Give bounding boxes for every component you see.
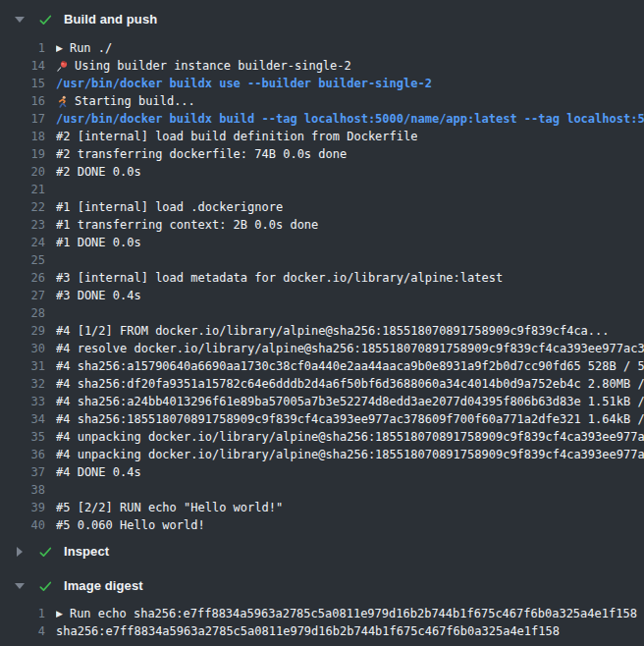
line-number[interactable]: 18 (0, 128, 56, 145)
line-text: sha256:e7ff8834a5963a2785c5a0811e979d16b… (56, 622, 560, 640)
log-line: 33 #4 sha256:a24bb4013296f61e89ba57005a7… (0, 393, 644, 410)
line-number[interactable]: 14 (0, 57, 56, 75)
log-line: 26 #3 [internal] load metadata for docke… (0, 269, 644, 287)
line-text: /usr/bin/docker buildx use --builder bui… (56, 75, 432, 92)
line-text: #1 DONE 0.0s (56, 234, 141, 251)
log-line: 40 #5 0.060 Hello world! (0, 516, 644, 534)
line-text-content: #1 [internal] load .dockerignore (56, 198, 283, 216)
line-number[interactable]: 35 (0, 428, 56, 446)
run-toggle-icon[interactable]: ▶ (56, 605, 63, 622)
line-text-content: #2 DONE 0.0s (56, 163, 141, 181)
line-number[interactable]: 39 (0, 499, 56, 516)
line-text-content: #4 resolve docker.io/library/alpine@sha2… (56, 340, 644, 357)
log-line: 30 #4 resolve docker.io/library/alpine@s… (0, 340, 644, 357)
chevron-down-icon[interactable] (13, 578, 27, 594)
log-line: 28 (0, 304, 644, 322)
section-header-inspect[interactable]: Inspect (0, 534, 644, 569)
line-number[interactable]: 27 (0, 287, 56, 304)
section-title: Build and push (64, 12, 157, 27)
line-text-content: #4 sha256:a15790640a6690aa1730c38cf0a440… (56, 357, 644, 375)
log-line: 37 #4 DONE 0.4s (0, 463, 644, 481)
line-text: #4 sha256:df20fa9351a15782c64e6dddb2d4a6… (56, 375, 644, 393)
line-number[interactable]: 36 (0, 446, 56, 463)
line-number[interactable]: 32 (0, 375, 56, 393)
line-text-content: /usr/bin/docker buildx build --tag local… (56, 110, 644, 128)
line-number[interactable]: 20 (0, 163, 56, 181)
check-success-icon (38, 12, 54, 27)
line-text: #4 [1/2] FROM docker.io/library/alpine@s… (56, 322, 610, 340)
workflow-log-viewer: Build and push 1 ▶Run ./ 14 Using builde… (0, 0, 644, 646)
log-line: 4 sha256:e7ff8834a5963a2785c5a0811e979d1… (0, 622, 644, 640)
line-text: #3 DONE 0.4s (56, 287, 141, 304)
line-text-content: #4 DONE 0.4s (56, 463, 141, 481)
section-header-image-digest[interactable]: Image digest (0, 569, 644, 594)
line-number[interactable]: 26 (0, 269, 56, 287)
line-number[interactable]: 16 (0, 92, 56, 110)
line-text-content: Starting build... (75, 92, 195, 110)
log-line: 27 #3 DONE 0.4s (0, 287, 644, 304)
line-number[interactable]: 33 (0, 393, 56, 410)
line-number[interactable]: 1 (0, 605, 56, 622)
line-number[interactable]: 23 (0, 216, 56, 234)
line-text-content: #4 unpacking docker.io/library/alpine@sh… (56, 446, 644, 463)
line-text-content: Run ./ (70, 39, 112, 57)
line-text: #5 [2/2] RUN echo "Hello world!" (56, 499, 283, 516)
line-number[interactable]: 4 (0, 622, 56, 640)
log-line: 36 #4 unpacking docker.io/library/alpine… (0, 446, 644, 463)
chevron-down-icon[interactable] (13, 12, 27, 27)
line-number[interactable]: 22 (0, 198, 56, 216)
log-line: 15 /usr/bin/docker buildx use --builder … (0, 75, 644, 92)
log-section-image-digest: Image digest 1 ▶Run echo sha256:e7ff8834… (0, 569, 644, 640)
line-text: #2 [internal] load build definition from… (56, 128, 417, 145)
line-number[interactable]: 1 (0, 39, 56, 57)
line-number[interactable]: 21 (0, 181, 56, 198)
chevron-right-icon[interactable] (13, 544, 27, 560)
line-number[interactable]: 34 (0, 410, 56, 428)
line-text: Using builder instance builder-single-2 (56, 57, 351, 75)
log-section-inspect: Inspect (0, 534, 644, 569)
line-number[interactable]: 25 (0, 251, 56, 269)
log-line: 23 #1 transferring context: 2B 0.0s done (0, 216, 644, 234)
line-text-content: Run echo sha256:e7ff8834a5963a2785c5a081… (70, 605, 637, 622)
log-section-build-and-push: Build and push 1 ▶Run ./ 14 Using builde… (0, 0, 644, 534)
section-title: Inspect (64, 544, 109, 560)
line-text-content: #4 sha256:185518070891758909c9f839cf4ca3… (56, 410, 644, 428)
line-text-content: #1 DONE 0.0s (56, 234, 141, 251)
log-line: 16 Starting build... (0, 92, 644, 110)
line-text-content: #3 DONE 0.4s (56, 287, 141, 304)
line-number[interactable]: 19 (0, 145, 56, 163)
line-text: #4 DONE 0.4s (56, 463, 141, 481)
line-number[interactable]: 30 (0, 340, 56, 357)
line-text: ▶Run echo sha256:e7ff8834a5963a2785c5a08… (56, 605, 637, 622)
log-line: 19 #2 transferring dockerfile: 74B 0.0s … (0, 145, 644, 163)
line-number[interactable]: 24 (0, 234, 56, 251)
log-line: 14 Using builder instance builder-single… (0, 57, 644, 75)
line-text: #5 0.060 Hello world! (56, 516, 205, 534)
log-line: 20 #2 DONE 0.0s (0, 163, 644, 181)
line-text-content: #5 0.060 Hello world! (56, 516, 205, 534)
log-line: 22 #1 [internal] load .dockerignore (0, 198, 644, 216)
log-line: 21 (0, 181, 644, 198)
line-text: /usr/bin/docker buildx build --tag local… (56, 110, 644, 128)
line-text: #1 transferring context: 2B 0.0s done (56, 216, 318, 234)
line-number[interactable]: 29 (0, 322, 56, 340)
log-line: 29 #4 [1/2] FROM docker.io/library/alpin… (0, 322, 644, 340)
line-text-content: #4 sha256:a24bb4013296f61e89ba57005a7b3e… (56, 393, 644, 410)
line-number[interactable]: 17 (0, 110, 56, 128)
log-line: 25 (0, 251, 644, 269)
run-toggle-icon[interactable]: ▶ (56, 39, 63, 57)
line-number[interactable]: 37 (0, 463, 56, 481)
section-header-build-and-push[interactable]: Build and push (0, 0, 644, 27)
log-line: 31 #4 sha256:a15790640a6690aa1730c38cf0a… (0, 357, 644, 375)
line-text-content: sha256:e7ff8834a5963a2785c5a0811e979d16b… (56, 622, 560, 640)
line-number[interactable]: 31 (0, 357, 56, 375)
line-number[interactable]: 40 (0, 516, 56, 534)
line-text: #4 resolve docker.io/library/alpine@sha2… (56, 340, 644, 357)
line-number[interactable]: 28 (0, 304, 56, 322)
line-text: #2 DONE 0.0s (56, 163, 141, 181)
line-text-content: #5 [2/2] RUN echo "Hello world!" (56, 499, 283, 516)
line-number[interactable]: 38 (0, 481, 56, 499)
log-lines: 1 ▶Run ./ 14 Using builder instance buil… (0, 39, 644, 534)
line-text: ▶Run ./ (56, 39, 112, 57)
line-number[interactable]: 15 (0, 75, 56, 92)
